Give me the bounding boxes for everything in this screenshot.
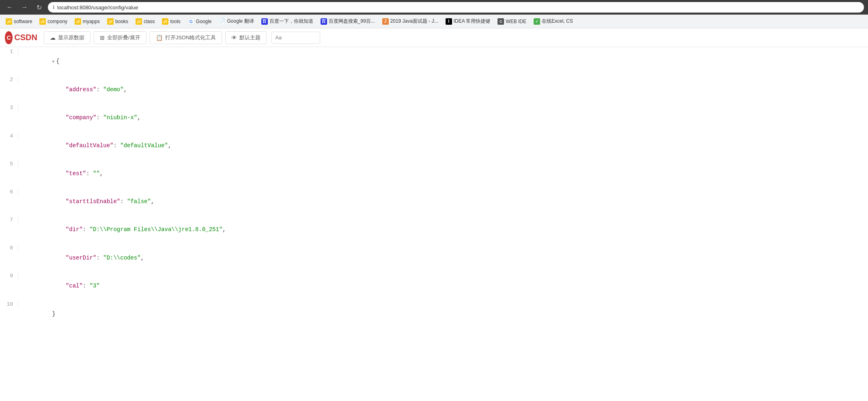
page-icon: 百 bbox=[321, 18, 327, 25]
search-input[interactable] bbox=[271, 32, 320, 44]
line-content: "cal": "3" bbox=[18, 271, 100, 299]
line-number: 2 bbox=[0, 75, 18, 84]
cloud-icon: ☁ bbox=[50, 34, 56, 41]
json-tool-button[interactable]: 📋 打开JSON格式化工具 bbox=[150, 31, 222, 44]
folder-icon: 📁 bbox=[136, 18, 142, 25]
page-icon: 📄 bbox=[219, 18, 226, 25]
line-number: 6 bbox=[0, 187, 18, 197]
line-number: 1 bbox=[0, 47, 18, 56]
csdn-logo-text: CSDN bbox=[14, 33, 37, 42]
bookmark-label: Google bbox=[196, 19, 212, 24]
bookmark-baidu-pan[interactable]: 百 百度网盘搜索_99百... bbox=[317, 17, 378, 26]
line-content: "dir": "D:\\Program Files\\Java\\jre1.8.… bbox=[18, 215, 226, 243]
folder-icon: 📁 bbox=[107, 18, 114, 25]
bookmark-label: Google 翻译 bbox=[227, 18, 254, 25]
line-content: "address": "demo", bbox=[18, 75, 127, 103]
json-line-3: 3 "company": "niubin-x", bbox=[0, 103, 868, 131]
line-number: 4 bbox=[0, 131, 18, 141]
json-line-9: 9 "cal": "3" bbox=[0, 271, 868, 299]
json-content-area[interactable]: 1 ▼{ 2 "address": "demo", 3 "company": "… bbox=[0, 47, 868, 401]
line-content: } bbox=[18, 300, 56, 328]
json-icon: 📋 bbox=[156, 34, 163, 41]
bookmark-label: 2019 Java面试题 - J... bbox=[390, 18, 438, 25]
refresh-button[interactable]: ↻ bbox=[33, 2, 45, 13]
bookmark-google[interactable]: G Google bbox=[185, 17, 215, 26]
line-content: ▼{ bbox=[18, 47, 60, 75]
line-number: 8 bbox=[0, 243, 18, 253]
google-icon: G bbox=[188, 18, 194, 25]
theme-button[interactable]: 👁 默认主题 bbox=[225, 31, 267, 44]
folder-icon: 📁 bbox=[162, 18, 168, 25]
bookmark-idea[interactable]: I IDEA 常用快捷键 bbox=[442, 17, 494, 26]
browser-chrome: ← → ↻ ℹ localhost:8080/usage//config/val… bbox=[0, 0, 868, 15]
line-number: 9 bbox=[0, 271, 18, 281]
bookmark-myapps[interactable]: 📁 myapps bbox=[71, 17, 103, 26]
bookmark-label: compony bbox=[47, 19, 67, 24]
page-icon: I bbox=[446, 18, 452, 25]
bookmark-tools[interactable]: 📁 tools bbox=[159, 17, 183, 26]
line-content: "userDir": "D:\\codes", bbox=[18, 243, 144, 271]
bookmark-label: myapps bbox=[83, 19, 100, 24]
forward-button[interactable]: → bbox=[19, 2, 30, 13]
line-content: "test": "", bbox=[18, 159, 103, 187]
fold-expand-button[interactable]: ⊞ 全部折叠/展开 bbox=[94, 31, 146, 44]
json-line-8: 8 "userDir": "D:\\codes", bbox=[0, 243, 868, 271]
json-line-2: 2 "address": "demo", bbox=[0, 75, 868, 103]
csdn-logo-icon: C bbox=[5, 31, 13, 44]
bookmark-label: 在线Excel, CS bbox=[542, 18, 573, 25]
line-content: "company": "niubin-x", bbox=[18, 103, 141, 131]
bookmark-compony[interactable]: 📁 compony bbox=[36, 17, 71, 26]
bookmark-label: software bbox=[14, 19, 32, 24]
line-number: 5 bbox=[0, 159, 18, 169]
page-icon: 百 bbox=[261, 18, 268, 25]
bookmark-label: 百度一下，你就知道 bbox=[269, 18, 313, 25]
bookmark-software[interactable]: 📁 software bbox=[2, 17, 35, 26]
show-raw-button[interactable]: ☁ 显示原数据 bbox=[44, 31, 90, 44]
bookmark-excel[interactable]: ✓ 在线Excel, CS bbox=[530, 17, 576, 26]
bookmark-class[interactable]: 📁 class bbox=[132, 17, 158, 26]
address-bar[interactable]: ℹ localhost:8080/usage//config/value bbox=[48, 2, 864, 13]
fold-icon: ⊞ bbox=[100, 34, 105, 41]
bookmark-baidu[interactable]: 百 百度一下，你就知道 bbox=[258, 17, 317, 26]
page-icon: C bbox=[498, 18, 504, 25]
folder-icon: 📁 bbox=[6, 18, 12, 25]
csdn-toolbar: C CSDN ☁ 显示原数据 ⊞ 全部折叠/展开 📋 打开JSON格式化工具 👁… bbox=[0, 28, 868, 47]
bookmark-label: WEB IDE bbox=[506, 19, 526, 24]
bookmark-label: 百度网盘搜索_99百... bbox=[329, 18, 375, 25]
line-number: 7 bbox=[0, 215, 18, 225]
json-line-10: 10 } bbox=[0, 300, 868, 328]
bookmark-java[interactable]: J 2019 Java面试题 - J... bbox=[379, 17, 442, 26]
bookmark-label: IDEA 常用快捷键 bbox=[454, 18, 491, 25]
json-line-4: 4 "defaultValue": "defaultValue", bbox=[0, 131, 868, 159]
json-viewer: 1 ▼{ 2 "address": "demo", 3 "company": "… bbox=[0, 47, 868, 328]
eye-icon: 👁 bbox=[231, 34, 237, 41]
bookmark-google-translate[interactable]: 📄 Google 翻译 bbox=[216, 17, 257, 26]
page-icon: J bbox=[382, 18, 389, 25]
csdn-logo[interactable]: C CSDN bbox=[5, 30, 37, 45]
bookmark-books[interactable]: 📁 books bbox=[104, 17, 131, 26]
bookmark-webide[interactable]: C WEB IDE bbox=[494, 17, 530, 26]
back-button[interactable]: ← bbox=[4, 2, 15, 13]
collapse-button[interactable]: ▼ bbox=[52, 60, 54, 64]
folder-icon: 📁 bbox=[39, 18, 46, 25]
line-number: 10 bbox=[0, 300, 18, 309]
line-number: 3 bbox=[0, 103, 18, 112]
lock-icon: ℹ bbox=[53, 4, 55, 10]
bookmark-label: class bbox=[144, 19, 155, 24]
bookmarks-bar: 📁 software 📁 compony 📁 myapps 📁 books 📁 … bbox=[0, 15, 868, 28]
bookmark-label: tools bbox=[170, 19, 180, 24]
json-line-1: 1 ▼{ bbox=[0, 47, 868, 75]
line-content: "starttlsEnable": "false", bbox=[18, 187, 154, 215]
page-icon: ✓ bbox=[534, 18, 540, 25]
line-content: "defaultValue": "defaultValue", bbox=[18, 131, 171, 159]
url-text: localhost:8080/usage//config/value bbox=[57, 4, 138, 11]
folder-icon: 📁 bbox=[75, 18, 81, 25]
bookmark-label: books bbox=[115, 19, 128, 24]
json-line-5: 5 "test": "", bbox=[0, 159, 868, 187]
json-line-6: 6 "starttlsEnable": "false", bbox=[0, 187, 868, 215]
json-line-7: 7 "dir": "D:\\Program Files\\Java\\jre1.… bbox=[0, 215, 868, 243]
